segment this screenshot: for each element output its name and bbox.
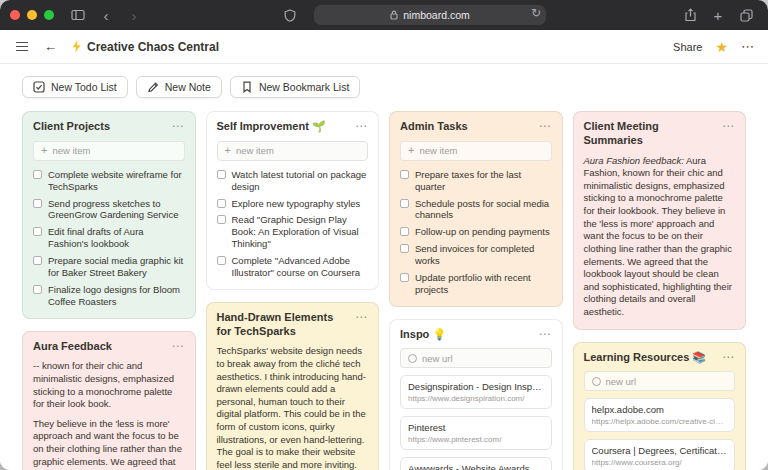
address-zone: nimboard.com ↻ (150, 4, 674, 26)
todo-checkbox[interactable] (400, 244, 409, 253)
menu-button[interactable] (14, 40, 30, 54)
new-bookmark-list-label: New Bookmark List (259, 81, 349, 93)
minimize-window-button[interactable] (27, 10, 37, 20)
todo-checkbox[interactable] (400, 273, 409, 282)
globe-icon (592, 377, 601, 386)
todo-label: Complete "Advanced Adobe Illustrator" co… (232, 255, 369, 279)
sidebar-icon (71, 9, 85, 21)
new-item-field[interactable]: + (217, 141, 369, 161)
todo-item: Complete website wireframe for TechSpark… (33, 169, 185, 193)
todo-checkbox[interactable] (217, 256, 226, 265)
new-url-input[interactable] (422, 353, 544, 364)
todo-checkbox[interactable] (400, 227, 409, 236)
share-button[interactable]: Share (673, 41, 702, 53)
shield-icon (284, 9, 296, 22)
bookmark-list: helpx.adobe.comhttps://helpx.adobe.com/c… (584, 398, 736, 470)
tabs-icon (740, 9, 753, 22)
new-item-input[interactable] (236, 145, 360, 156)
tabs-overview-button[interactable] (734, 4, 758, 26)
todo-list: Complete website wireframe for TechSpark… (33, 169, 185, 308)
back-button[interactable]: ‹ (94, 4, 118, 26)
new-url-field[interactable] (584, 371, 736, 391)
address-bar[interactable]: nimboard.com ↻ (314, 5, 546, 25)
bookmark-item[interactable]: Awwwards - Website Awards - Best Web D..… (400, 457, 552, 470)
card-title-text: Inspo (400, 328, 429, 340)
card-menu-button[interactable]: ⋯ (538, 328, 552, 340)
card-title: Inspo 💡 (400, 328, 446, 342)
share-page-button[interactable] (678, 4, 702, 26)
card-title-emoji: 🌱 (312, 120, 326, 132)
todo-item: Send progress sketches to GreenGrow Gard… (33, 198, 185, 222)
sidebar-toggle-button[interactable] (66, 4, 90, 26)
star-button[interactable]: ★ (715, 40, 728, 54)
todo-checkbox[interactable] (400, 199, 409, 208)
new-item-field[interactable]: + (33, 141, 185, 161)
card-menu-button[interactable]: ⋯ (171, 120, 185, 132)
note-paragraph: TechSparks' website design needs to brea… (217, 345, 369, 470)
card-menu-button[interactable]: ⋯ (354, 311, 368, 323)
todo-label: Prepare taxes for the last quarter (415, 169, 552, 193)
board-column: Client Projects⋯+Complete website wirefr… (22, 111, 196, 470)
card-menu-button[interactable]: ⋯ (721, 120, 735, 132)
todo-item: Explore new typography styles (217, 198, 369, 210)
new-url-input[interactable] (606, 376, 728, 387)
bookmark-title: Pinterest (408, 422, 544, 433)
card-header: Hand-Drawn Elements for TechSparks⋯ (217, 311, 369, 339)
zoom-window-button[interactable] (44, 10, 54, 20)
todo-checkbox[interactable] (33, 199, 42, 208)
card-header: Client Meeting Summaries⋯ (584, 120, 736, 148)
new-url-field[interactable] (400, 348, 552, 368)
card-note: Client Meeting Summaries⋯Aura Fashion fe… (573, 111, 747, 330)
card-title: Client Meeting Summaries (584, 120, 716, 148)
new-item-input[interactable] (419, 145, 543, 156)
card-menu-button[interactable]: ⋯ (354, 120, 368, 132)
new-item-input[interactable] (52, 145, 176, 156)
privacy-shield-button[interactable] (278, 4, 302, 26)
todo-checkbox[interactable] (33, 256, 42, 265)
bookmark-item[interactable]: Pinteresthttps://www.pinterest.com/ (400, 416, 552, 450)
refresh-button[interactable]: ↻ (531, 6, 541, 20)
todo-checkbox[interactable] (33, 285, 42, 294)
todo-checkbox[interactable] (33, 227, 42, 236)
note-body: TechSparks' website design needs to brea… (217, 345, 369, 470)
note-text: Aura Fashion, known for their chic and m… (584, 155, 732, 318)
new-note-button[interactable]: New Note (136, 76, 222, 98)
new-item-field[interactable]: + (400, 141, 552, 161)
card-menu-button[interactable]: ⋯ (171, 340, 185, 352)
todo-checkbox[interactable] (217, 170, 226, 179)
card-title-text: Aura Feedback (33, 340, 112, 352)
card-todo: Self Improvement 🌱⋯+Watch latest tutoria… (206, 111, 380, 290)
todo-label: Explore new typography styles (232, 198, 361, 210)
todo-checkbox[interactable] (400, 170, 409, 179)
card-title: Aura Feedback (33, 340, 112, 354)
card-board: Client Projects⋯+Complete website wirefr… (22, 111, 746, 470)
app-header-actions: Share ★ ⋯ (673, 40, 754, 54)
note-body: -- known for their chic and minimalistic… (33, 360, 185, 470)
card-header: Inspo 💡⋯ (400, 328, 552, 342)
todo-checkbox[interactable] (217, 199, 226, 208)
new-todo-list-button[interactable]: New Todo List (22, 76, 128, 98)
plus-icon: + (408, 145, 414, 156)
bookmark-item[interactable]: Coursera | Degrees, Certificates, & Free… (584, 439, 736, 470)
back-nav-button[interactable]: ← (42, 39, 59, 54)
card-header: Client Projects⋯ (33, 120, 185, 134)
bookmark-title: Awwwards - Website Awards - Best Web D..… (408, 463, 544, 470)
card-menu-button[interactable]: ⋯ (721, 351, 735, 363)
board-column: Client Meeting Summaries⋯Aura Fashion fe… (573, 111, 747, 470)
bookmark-item[interactable]: helpx.adobe.comhttps://helpx.adobe.com/c… (584, 398, 736, 432)
todo-checkbox[interactable] (33, 170, 42, 179)
todo-label: Finalize logo designs for Bloom Coffee R… (48, 284, 185, 308)
card-title: Hand-Drawn Elements for TechSparks (217, 311, 349, 339)
card-menu-button[interactable]: ⋯ (538, 120, 552, 132)
todo-checkbox[interactable] (217, 215, 226, 224)
new-bookmark-list-button[interactable]: New Bookmark List (230, 76, 360, 98)
close-window-button[interactable] (10, 10, 20, 20)
bookmark-item[interactable]: Designspiration - Design Inspiration | I… (400, 375, 552, 409)
note-lead: Aura Fashion feedback: (584, 155, 684, 166)
todo-label: Watch latest tutorial on package design (232, 169, 369, 193)
forward-button[interactable]: › (122, 4, 146, 26)
todo-label: Read "Graphic Design Play Book: An Explo… (232, 214, 369, 250)
more-options-button[interactable]: ⋯ (741, 40, 754, 53)
card-note: Hand-Drawn Elements for TechSparks⋯TechS… (206, 302, 380, 470)
new-tab-button[interactable]: + (706, 4, 730, 26)
